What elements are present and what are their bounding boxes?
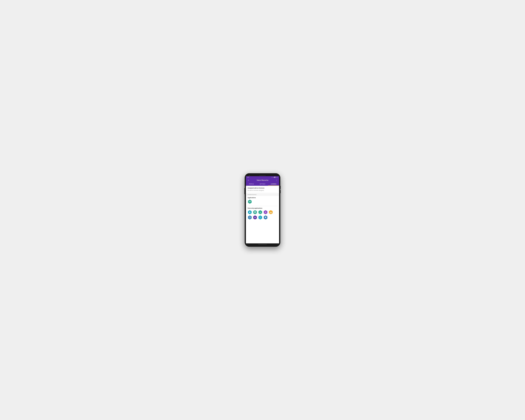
power-button[interactable] [244,188,245,194]
view-only-section: View-only applications [246,206,279,221]
view-only-app-9[interactable] [263,215,268,220]
view-only-app-1[interactable] [248,210,252,215]
assigned-licenses-title: Assigned add-on licenses [246,186,279,189]
svg-rect-15 [271,212,271,213]
view-only-app-5[interactable] [269,210,273,215]
wifi-icon: ⊙ [272,177,272,178]
app-header: × Nakul Manocha ⋮ [246,178,279,182]
tab-settings[interactable]: SETTINGS [257,182,268,186]
svg-rect-6 [254,211,256,212]
status-time: 5:07 [247,177,249,178]
applications-label: Applications [248,197,277,198]
svg-rect-14 [270,212,270,213]
volume-up-button[interactable] [280,186,281,189]
applications-icons-row: 🗺 [248,199,277,204]
close-button[interactable]: × [247,179,250,181]
assigned-licenses-empty: No add-on licenses assigned. [246,189,279,192]
svg-point-12 [265,212,266,212]
more-options-button[interactable]: ⋮ [275,179,278,181]
phone-screen: 5:07 ⊙ ▲ ▌▊ 11% × Nakul Manocha ⋮ PROFIL… [246,176,279,243]
content-area: Assigned add-on licenses No add-on licen… [246,186,279,243]
view-only-app-8[interactable]: C [258,215,262,220]
earpiece-speaker [259,175,266,176]
svg-text:🗺: 🗺 [249,201,251,203]
svg-text:⊞: ⊞ [260,212,261,213]
svg-marker-17 [248,215,252,219]
svg-rect-5 [254,212,256,212]
divider-2 [248,206,277,206]
phone-bottom-bar [246,243,279,245]
assigned-licenses-section: Assigned add-on licenses No add-on licen… [246,186,279,192]
svg-text:M: M [254,217,256,218]
tabs-bar: PROFILE SETTINGS LICENSES [246,182,279,186]
home-indicator[interactable] [258,244,267,244]
status-icons: ⊙ ▲ ▌▊ 11% [272,177,278,178]
view-only-app-2[interactable] [253,210,257,215]
front-camera [249,175,250,176]
app-icon-fieldmaps[interactable]: 🗺 [248,199,252,204]
phone-frame: 5:07 ⊙ ▲ ▌▊ 11% × Nakul Manocha ⋮ PROFIL… [245,173,280,247]
view-only-app-6[interactable] [248,215,252,220]
applications-section: Applications 🗺 [246,196,279,205]
view-only-app-7[interactable]: M [253,215,257,220]
signal-bars-icon: ▌▊ [274,177,275,178]
phone-top-notch [246,175,279,176]
view-only-icons-row: ⊞ [248,210,277,220]
view-only-label: View-only applications [248,207,277,209]
svg-rect-7 [254,212,256,213]
svg-text:C: C [260,217,261,218]
svg-rect-16 [271,212,272,213]
included-licenses-header: Included licenses [246,193,279,196]
tab-licenses[interactable]: LICENSES [268,182,279,186]
volume-down-button[interactable] [280,190,281,193]
view-only-app-4[interactable] [263,210,268,215]
user-name-title: Nakul Manocha [257,179,268,181]
signal-wifi-icon: ▲ [273,177,274,178]
tab-profile[interactable]: PROFILE [246,182,257,186]
status-bar: 5:07 ⊙ ▲ ▌▊ 11% [246,176,279,178]
battery-level: 11% [276,177,278,178]
view-only-app-3[interactable]: ⊞ [258,210,262,215]
